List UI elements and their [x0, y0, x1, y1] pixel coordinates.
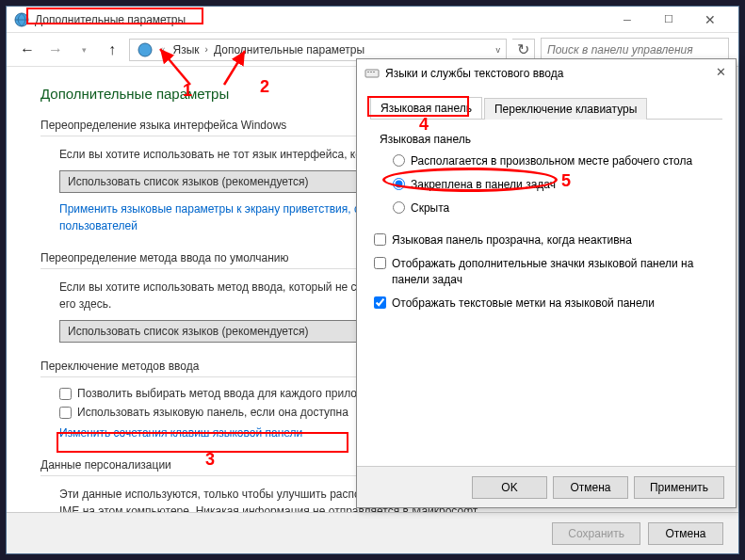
checkbox-label: Использовать языковую панель, если она д… [77, 406, 348, 419]
svg-rect-4 [367, 72, 369, 72]
svg-rect-5 [370, 72, 372, 72]
close-button[interactable]: ✕ [689, 7, 731, 33]
cancel-button[interactable]: Отмена [648, 522, 723, 545]
dialog-buttons: OK Отмена Применить [357, 466, 736, 507]
radio-docked[interactable] [393, 178, 405, 190]
history-dropdown[interactable]: ▾ [73, 39, 95, 61]
dialog-tabs: Языковая панель Переключение клавиатуры [370, 97, 722, 120]
svg-rect-6 [373, 72, 375, 72]
per-app-input-checkbox[interactable] [59, 388, 72, 400]
up-button[interactable]: ↑ [101, 39, 123, 61]
bottom-bar: Сохранить Отмена [7, 512, 738, 553]
back-button[interactable]: ← [16, 39, 39, 61]
save-button[interactable]: Сохранить [552, 522, 640, 545]
text-labels-checkbox[interactable] [374, 296, 386, 309]
dialog-titlebar: Языки и службы текстового ввода [357, 59, 736, 88]
refresh-button[interactable]: ↻ [512, 39, 535, 61]
minimize-button[interactable]: ─ [607, 7, 648, 33]
dialog-title: Языки и службы текстового ввода [385, 67, 563, 80]
radio-floating[interactable] [393, 154, 405, 167]
radio-hidden[interactable] [393, 201, 405, 214]
checkbox-label: Языковая панель прозрачна, когда неактив… [392, 232, 632, 248]
dlg-cancel-button[interactable]: Отмена [553, 476, 628, 499]
checkbox-label: Отображать дополнительные значки языково… [392, 256, 722, 288]
checkbox-label: Отображать текстовые метки на языковой п… [392, 296, 655, 312]
svg-line-7 [160, 49, 190, 85]
extra-icons-checkbox[interactable] [374, 257, 386, 269]
chevron-down-icon[interactable]: v [496, 45, 501, 55]
forward-button[interactable]: → [44, 39, 67, 61]
titlebar: Дополнительные параметры ─ ☐ ✕ [7, 7, 738, 33]
svg-rect-3 [365, 70, 379, 77]
language-bar-dialog: Языки и службы текстового ввода ✕ Языков… [356, 58, 737, 508]
globe-icon [14, 12, 29, 27]
tab-language-bar[interactable]: Языковая панель [370, 97, 482, 119]
radio-label: Закреплена в панели задач [411, 177, 556, 193]
apply-button[interactable]: Применить [634, 476, 724, 499]
ok-button[interactable]: OK [472, 476, 547, 499]
checkbox-label: Позволить выбирать метод ввода для каждо… [77, 387, 389, 400]
annotation-arrow-2 [188, 28, 283, 94]
transparent-checkbox[interactable] [374, 233, 386, 246]
tab-keyboard-switch[interactable]: Переключение клавиатуры [484, 98, 647, 120]
svg-line-8 [224, 51, 245, 85]
dialog-close-button[interactable]: ✕ [716, 65, 726, 79]
radio-label: Скрыта [411, 200, 449, 216]
keyboard-icon [364, 66, 380, 81]
ui-language-combo[interactable]: Использовать список языков (рекомендуетс… [59, 170, 380, 193]
group-title-language-bar: Языковая панель [380, 133, 722, 146]
maximize-button[interactable]: ☐ [648, 7, 689, 33]
use-language-bar-checkbox[interactable] [59, 407, 72, 419]
input-method-combo[interactable]: Использовать список языков (рекомендуетс… [59, 320, 380, 343]
window-title: Дополнительные параметры [35, 13, 607, 26]
radio-label: Располагается в произвольном месте рабоч… [411, 153, 692, 169]
